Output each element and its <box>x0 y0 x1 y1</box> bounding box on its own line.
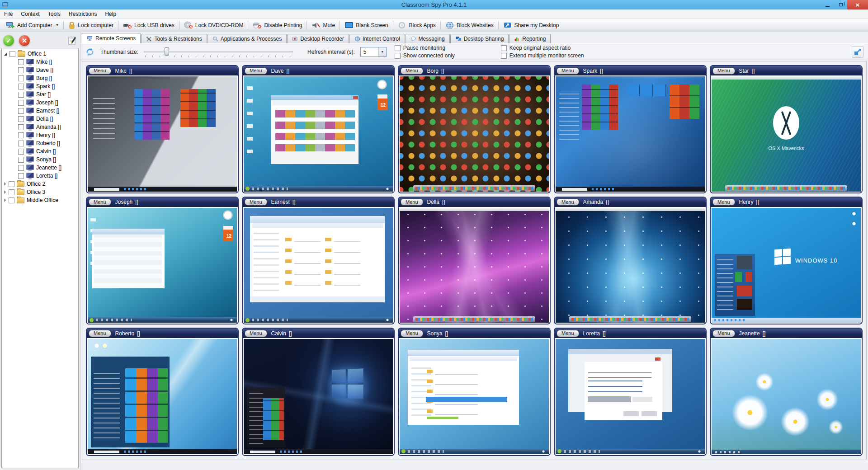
expander-closed-icon[interactable] <box>4 198 6 202</box>
star-desktop-thumbnail[interactable]: OS X Mavericks <box>712 76 861 192</box>
amanda-desktop-thumbnail[interactable] <box>556 208 705 323</box>
tab-messaging[interactable]: Messaging <box>406 34 450 43</box>
dave-desktop-thumbnail[interactable]: 12 <box>244 76 393 192</box>
refresh-interval-select[interactable]: 5 ▼ <box>360 47 387 57</box>
disable-printing-button[interactable]: Disable Printing <box>249 19 306 31</box>
spark-desktop-thumbnail[interactable] <box>556 76 705 192</box>
tree-checkbox[interactable] <box>9 189 14 195</box>
disconnect-button[interactable]: ✕ <box>19 35 30 47</box>
tree-checkbox[interactable] <box>9 51 15 57</box>
tree-checkbox[interactable] <box>18 92 24 98</box>
menu-button[interactable]: Menu <box>401 198 423 206</box>
sonya-desktop-thumbnail[interactable] <box>400 339 549 454</box>
menu-button[interactable]: Menu <box>401 330 423 337</box>
tree-checkbox[interactable] <box>18 59 24 65</box>
checkbox[interactable] <box>395 53 401 59</box>
lock-usb-button[interactable]: Lock USB drives <box>119 19 179 31</box>
tree-item-jeanette[interactable]: Jeanette [] <box>2 164 78 172</box>
menu-button[interactable]: Menu <box>712 198 735 206</box>
tree-checkbox[interactable] <box>18 132 24 138</box>
tree-group-office2[interactable]: Office 2 <box>2 180 78 188</box>
tree-item-henry[interactable]: Henry [] <box>2 131 78 139</box>
tree-checkbox[interactable] <box>18 165 24 171</box>
minimize-button[interactable] <box>821 0 834 9</box>
thumbnail-size-slider[interactable] <box>144 47 293 57</box>
expander-closed-icon[interactable] <box>4 182 6 186</box>
tree-item-sonya[interactable]: Sonya [] <box>2 155 78 164</box>
refresh-icon[interactable] <box>85 47 95 57</box>
tab-remote-screens[interactable]: Remote Screens <box>82 33 141 43</box>
tree-item-della[interactable]: Della [] <box>2 115 78 123</box>
add-computer-button[interactable]: Add Computer ▼ <box>2 19 63 31</box>
tree-checkbox[interactable] <box>18 67 24 73</box>
della-desktop-thumbnail[interactable] <box>400 208 549 323</box>
menu-button[interactable]: Menu <box>245 67 267 75</box>
menu-button[interactable]: Menu <box>401 67 423 75</box>
tab-tools-restrictions[interactable]: Tools & Restrictions <box>141 34 207 43</box>
keep-aspect-ratio-option[interactable]: Keep original aspect ratio <box>501 45 584 51</box>
menu-button[interactable]: Menu <box>557 330 579 337</box>
menu-button[interactable]: Menu <box>712 67 735 75</box>
tree-checkbox[interactable] <box>9 181 14 187</box>
tree-checkbox[interactable] <box>18 141 24 146</box>
tree-item-spark[interactable]: Spark [] <box>2 82 78 90</box>
tree-item-roberto[interactable]: Roberto [] <box>2 139 78 147</box>
jeanette-desktop-thumbnail[interactable] <box>712 339 861 454</box>
roberto-desktop-thumbnail[interactable] <box>88 339 237 454</box>
block-apps-button[interactable]: Block Apps <box>394 19 440 31</box>
tree-checkbox[interactable] <box>18 84 24 89</box>
tree-checkbox[interactable] <box>18 108 24 114</box>
tree-item-amanda[interactable]: Amanda [] <box>2 123 78 131</box>
tree-checkbox[interactable] <box>18 100 24 106</box>
tab-applications-processes[interactable]: Applications & Processes <box>208 34 287 43</box>
block-websites-button[interactable]: Block Websites <box>441 19 498 31</box>
borg-desktop-thumbnail[interactable] <box>400 76 549 192</box>
tree-group-office3[interactable]: Office 3 <box>2 188 78 196</box>
tab-internet-control[interactable]: Internet Control <box>349 34 405 43</box>
tree-item-mike[interactable]: Mike [] <box>2 58 78 66</box>
checkbox[interactable] <box>395 45 401 51</box>
tree-item-calvin[interactable]: Calvin [] <box>2 147 78 155</box>
checkbox[interactable] <box>501 53 507 59</box>
slider-thumb[interactable] <box>165 47 169 56</box>
menu-tools[interactable]: Tools <box>44 9 65 18</box>
tree-checkbox[interactable] <box>9 197 14 203</box>
menu-button[interactable]: Menu <box>245 198 267 206</box>
share-desktop-button[interactable]: Share my Desktop <box>499 19 563 31</box>
tree-checkbox[interactable] <box>18 157 24 163</box>
lock-computer-button[interactable]: Lock computer <box>64 19 118 31</box>
checkbox[interactable] <box>501 45 507 51</box>
mike-desktop-thumbnail[interactable] <box>88 76 237 192</box>
pause-monitoring-option[interactable]: Pause monitoring <box>395 45 492 51</box>
tree-item-borg[interactable]: Borg [] <box>2 74 78 82</box>
lock-dvd-button[interactable]: Lock DVD/CD-ROM <box>180 19 248 31</box>
tree-item-joseph[interactable]: Joseph [] <box>2 99 78 107</box>
tree-group-middle-office[interactable]: Middle Office <box>2 196 78 204</box>
tree-item-earnest[interactable]: Earnest [] <box>2 107 78 115</box>
tree-checkbox[interactable] <box>18 75 24 81</box>
mute-button[interactable]: Mute <box>307 19 339 31</box>
expander-closed-icon[interactable] <box>4 190 6 194</box>
close-button[interactable]: × <box>847 0 868 9</box>
menu-help[interactable]: Help <box>101 9 120 18</box>
blank-screen-button[interactable]: Blank Screen <box>340 19 392 31</box>
henry-desktop-thumbnail[interactable]: WINDOWS 10 <box>712 208 861 323</box>
joseph-desktop-thumbnail[interactable]: 12 <box>88 208 237 323</box>
menu-button[interactable]: Menu <box>89 67 111 75</box>
tree-group-office1[interactable]: Office 1 <box>2 50 78 58</box>
loretta-desktop-thumbnail[interactable] <box>556 339 705 454</box>
menu-button[interactable]: Menu <box>89 330 111 337</box>
connect-button[interactable]: ✓ <box>3 35 14 47</box>
tree-checkbox[interactable] <box>18 116 24 122</box>
menu-button[interactable]: Menu <box>557 198 579 206</box>
tab-desktop-recorder[interactable]: Desktop Recorder <box>287 34 349 43</box>
show-connected-only-option[interactable]: Show connected only <box>395 52 492 59</box>
menu-button[interactable]: Menu <box>712 330 735 337</box>
extend-monitor-option[interactable]: Extend multiple monitor screen <box>501 52 584 59</box>
expander-open-icon[interactable] <box>4 52 7 56</box>
restore-button[interactable] <box>834 0 847 9</box>
tree-item-star[interactable]: Star [] <box>2 90 78 99</box>
earnest-desktop-thumbnail[interactable] <box>244 208 393 323</box>
tree-item-dave[interactable]: Dave [] <box>2 66 78 74</box>
menu-restrictions[interactable]: Restrictions <box>65 9 101 18</box>
